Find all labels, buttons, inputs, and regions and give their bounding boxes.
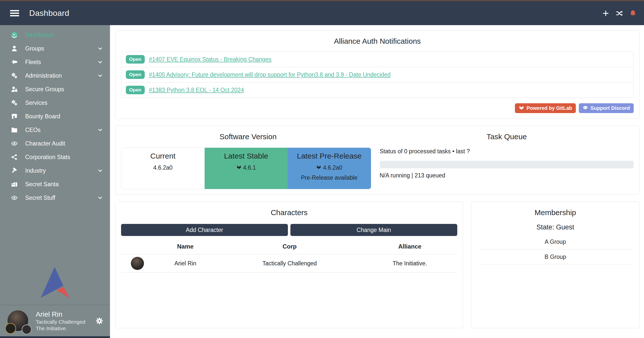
user-settings-gear-icon[interactable] — [95, 317, 103, 325]
change-main-button[interactable]: Change Main — [290, 224, 457, 236]
sidebar-item-label: Secret Santa — [25, 181, 59, 188]
store-icon — [10, 113, 19, 120]
chevron-down-icon — [97, 127, 103, 133]
sidebar-item-secure-groups[interactable]: Secure Groups — [0, 82, 110, 96]
sidebar-item-administration[interactable]: Administration — [0, 69, 110, 82]
menu-toggle-icon[interactable] — [10, 9, 20, 18]
software-version-box: Current4.6.2a0Latest Stable4.6.1Latest P… — [121, 148, 371, 189]
user-lock-icon — [10, 86, 19, 93]
notifications-title: Alliance Auth Notifications — [121, 37, 634, 45]
sidebar-item-label: Character Audit — [25, 140, 65, 147]
task-queue-section: Task Queue Status of 0 processed tasks •… — [375, 131, 634, 189]
plus-icon[interactable] — [602, 9, 610, 17]
status-badge: Open — [126, 55, 145, 64]
characters-table: Name Corp Alliance Ariel RinTactically C… — [121, 239, 457, 273]
task-queue-title: Task Queue — [380, 132, 634, 141]
software-version-title: Software Version — [121, 132, 375, 141]
sidebar-item-label: Fleets — [25, 59, 41, 66]
page-title: Dashboard — [29, 9, 69, 18]
sidebar-item-secret-santa[interactable]: Secret Santa — [0, 177, 110, 191]
sidebar-item-label: CEOs — [25, 127, 41, 133]
folder-icon — [10, 126, 19, 133]
membership-title: Membership — [477, 208, 634, 217]
characters-title: Characters — [121, 208, 457, 217]
status-badge: Open — [126, 86, 145, 94]
sidebar-item-label: Groups — [25, 45, 44, 52]
notification-link[interactable]: #1383 Python 3.8 EOL - 14 Oct 2024 — [149, 87, 244, 93]
sidebar-item-label: Corporation Stats — [25, 154, 70, 161]
sidebar-item-character-audit[interactable]: Character Audit — [0, 137, 110, 150]
notification-row: Open#1407 EVE Equinox Status - Breaking … — [121, 52, 633, 67]
notification-link[interactable]: #1405 Advisory: Future development will … — [149, 71, 391, 78]
character-name-cell: Ariel Rin — [154, 254, 217, 273]
user-alliance: The Initiative. — [36, 325, 85, 332]
sidebar-spacer — [0, 205, 110, 267]
chevron-down-icon — [97, 195, 103, 201]
task-queue-status: Status of 0 processed tasks • last ? — [380, 148, 634, 155]
notifications-badges: Powered by GitLabSupport Discord — [121, 103, 634, 113]
shuffle-icon[interactable] — [615, 9, 623, 17]
notification-link[interactable]: #1407 EVE Equinox Status - Breaking Chan… — [149, 56, 272, 63]
user-name: Ariel Rin — [36, 310, 85, 319]
sidebar-item-fleets[interactable]: Fleets — [0, 55, 110, 69]
notification-row: Open#1405 Advisory: Future development w… — [121, 67, 633, 82]
sidebar-item-bounty-board[interactable]: Bounty Board — [0, 110, 110, 123]
add-character-button[interactable]: Add Character — [121, 224, 288, 236]
user-corp: Tactically Challenged — [36, 319, 85, 325]
character-corp-cell: Tactically Challenged — [217, 254, 362, 273]
sidebar-item-dashboard[interactable]: Dashboard — [0, 28, 110, 42]
sidebar-item-groups[interactable]: Groups — [0, 42, 110, 55]
characters-table-body: Ariel RinTactically ChallengedThe Initia… — [121, 254, 457, 273]
gitlab-tanuki-icon — [236, 164, 242, 171]
bell-icon[interactable] — [629, 9, 637, 17]
version-note: Pre-Release available — [288, 174, 371, 181]
corp-logo-badge — [5, 323, 16, 334]
version-number: 4.6.2a0 — [153, 164, 173, 171]
discord-icon — [583, 105, 588, 112]
support-discord-badge[interactable]: Support Discord — [579, 103, 634, 113]
corp-column-header: Corp — [217, 239, 362, 254]
gitlab-tanuki-icon — [316, 164, 321, 171]
sidebar-item-label: Dashboard — [25, 32, 54, 38]
badge-label: Support Discord — [590, 105, 630, 111]
characters-actions: Add Character Change Main — [121, 224, 457, 236]
name-column-header: Name — [154, 239, 217, 254]
powered-by-gitlab-badge[interactable]: Powered by GitLab — [515, 103, 576, 113]
sidebar-bottom-strip — [0, 336, 110, 338]
group-row: B Group — [478, 249, 632, 264]
characters-table-header: Name Corp Alliance — [121, 239, 457, 254]
status-badge: Open — [126, 70, 145, 79]
character-avatar-cell — [121, 254, 154, 273]
sidebar-item-corporation-stats[interactable]: Corporation Stats — [0, 150, 110, 164]
screen: Dashboard DashboardGroupsFleetsAdministr… — [0, 0, 644, 338]
eye-icon — [10, 194, 19, 201]
chevron-down-icon — [97, 167, 103, 174]
chevron-down-icon — [97, 59, 103, 65]
sidebar-item-label: Secret Stuff — [25, 195, 55, 201]
table-row: Ariel RinTactically ChallengedThe Initia… — [121, 254, 457, 273]
gears-icon — [10, 99, 19, 106]
notifications-card: Alliance Auth Notifications Open#1407 EV… — [115, 30, 639, 119]
sidebar-item-ceos[interactable]: CEOs — [0, 123, 110, 137]
top-navbar: Dashboard — [0, 1, 644, 25]
gauge-icon — [10, 31, 19, 38]
alliance-auth-logo — [0, 267, 110, 298]
avatar — [8, 310, 29, 331]
share-icon — [10, 154, 19, 161]
gears-icon — [10, 72, 19, 79]
sidebar-item-secret-stuff[interactable]: Secret Stuff — [0, 191, 110, 205]
navbar-actions — [602, 9, 637, 17]
sidebar-item-services[interactable]: Services — [0, 96, 110, 110]
sidebar-item-industry[interactable]: Industry — [0, 164, 110, 177]
version-column-current: Current4.6.2a0 — [121, 148, 205, 189]
notification-row: Open#1383 Python 3.8 EOL - 14 Oct 2024 — [121, 82, 633, 98]
sidebar-item-label: Administration — [25, 72, 62, 79]
hammer-icon — [10, 167, 19, 174]
task-queue-counts: N/A running | 213 queued — [380, 172, 634, 179]
alliance-column-header: Alliance — [362, 239, 457, 254]
sidebar-item-label: Industry — [25, 167, 46, 174]
user-info: Ariel Rin Tactically Challenged The Init… — [36, 310, 85, 332]
membership-state: State: Guest — [477, 223, 634, 231]
membership-groups: A GroupB Group — [477, 234, 634, 264]
sidebar-nav: DashboardGroupsFleetsAdministrationSecur… — [0, 25, 110, 205]
